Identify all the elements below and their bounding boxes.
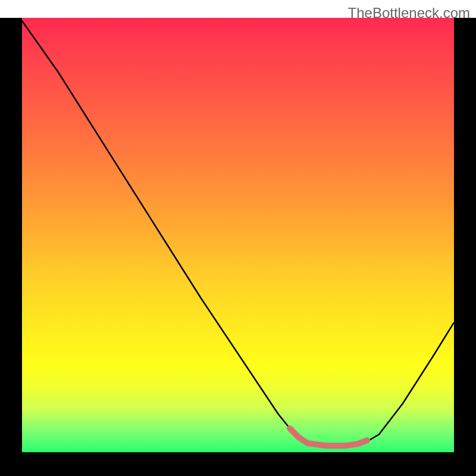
chart-svg bbox=[22, 18, 454, 452]
plot-area bbox=[22, 18, 454, 452]
watermark-text: TheBottleneck.com bbox=[348, 5, 470, 21]
curve-line bbox=[22, 21, 454, 446]
chart-container: TheBottleneck.com bbox=[0, 0, 476, 476]
highlight-line bbox=[290, 428, 367, 446]
chart-frame bbox=[0, 18, 476, 476]
